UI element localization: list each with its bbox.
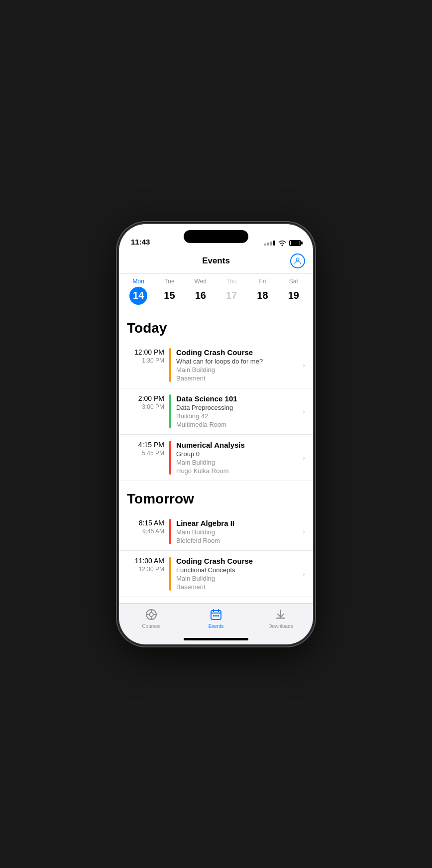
time-col-1: 12:00 PM 1:30 PM: [127, 348, 169, 382]
status-icons: [264, 240, 301, 246]
day-num-fri: 18: [253, 287, 271, 305]
event-location2-1: Basement: [176, 374, 299, 382]
day-label-tue: Tue: [164, 278, 174, 285]
day-label-fri: Fri: [259, 278, 266, 285]
color-bar-5: [169, 557, 171, 591]
time-start-5: 11:00 AM: [135, 557, 164, 565]
signal-icon: [264, 241, 275, 246]
day-item-sat[interactable]: Sat 19: [282, 278, 306, 305]
profile-icon: [290, 253, 305, 268]
day-num-mon: 14: [129, 287, 147, 305]
chevron-icon-5: ›: [299, 557, 305, 591]
time-end-3: 5:45 PM: [142, 450, 164, 457]
event-location2-3: Hugo Kulka Room: [176, 467, 299, 475]
profile-button[interactable]: [290, 253, 305, 268]
time-start-2: 2:00 PM: [138, 394, 164, 402]
svg-rect-4: [213, 615, 215, 617]
section-header-tomorrow: Tomorrow: [119, 481, 313, 513]
event-item-linear-algebra[interactable]: 8:15 AM 9:45 AM Linear Algebra II Main B…: [119, 513, 313, 551]
tab-label-downloads: Downloads: [268, 623, 293, 629]
event-details-1: Coding Crash Course What can for loops d…: [176, 348, 299, 382]
event-subtitle-5: Functional Concepts: [176, 566, 299, 574]
time-col-5: 11:00 AM 12:30 PM: [127, 557, 169, 591]
event-location1-4: Main Building: [176, 528, 299, 536]
time-end-1: 1:30 PM: [142, 357, 164, 364]
battery-icon: [289, 240, 301, 246]
event-details-2: Data Science 101 Data Preprocessing Buil…: [176, 394, 299, 428]
day-item-wed[interactable]: Wed 16: [189, 278, 213, 305]
day-item-fri[interactable]: Fri 18: [250, 278, 274, 305]
svg-rect-5: [216, 615, 217, 617]
event-details-3: Numerical Analysis Group 0 Main Building…: [176, 441, 299, 475]
phone-frame: 11:43: [119, 224, 313, 644]
chevron-icon-4: ›: [299, 519, 305, 544]
event-subtitle-3: Group 0: [176, 450, 299, 458]
event-location1-2: Building 42: [176, 412, 299, 420]
svg-rect-7: [276, 618, 285, 619]
event-item-data-science[interactable]: 2:00 PM 3:00 PM Data Science 101 Data Pr…: [119, 388, 313, 435]
tab-label-events: Events: [209, 623, 224, 629]
event-subtitle-1: What can for loops do for me?: [176, 358, 299, 365]
event-location2-4: Bielefeld Room: [176, 537, 299, 544]
svg-rect-6: [217, 615, 219, 617]
chevron-icon-2: ›: [299, 394, 305, 428]
event-details-4: Linear Algebra II Main Building Bielefel…: [176, 519, 299, 544]
svg-point-2: [149, 613, 153, 617]
tab-downloads[interactable]: Downloads: [263, 608, 298, 629]
day-label-mon: Mon: [132, 278, 144, 285]
courses-icon: [144, 608, 158, 621]
time-start-3: 4:15 PM: [138, 441, 164, 449]
event-item-coding-crash[interactable]: 12:00 PM 1:30 PM Coding Crash Course Wha…: [119, 342, 313, 388]
day-num-sat: 19: [285, 287, 303, 305]
day-item-mon[interactable]: Mon 14: [126, 278, 150, 305]
day-num-wed: 16: [192, 287, 210, 305]
event-title-2: Data Science 101: [176, 394, 299, 403]
color-bar-1: [169, 348, 171, 382]
time-end-5: 12:30 PM: [139, 566, 164, 573]
nav-header: Events: [119, 249, 313, 274]
chevron-icon-3: ›: [299, 441, 305, 475]
day-label-sat: Sat: [289, 278, 298, 285]
event-location1-5: Main Building: [176, 575, 299, 582]
status-bar: 11:43: [119, 224, 313, 249]
tab-events[interactable]: Events: [199, 608, 233, 629]
day-num-tue: 15: [160, 287, 178, 305]
day-item-tue[interactable]: Tue 15: [157, 278, 181, 305]
time-col-2: 2:00 PM 3:00 PM: [127, 394, 169, 428]
day-item-thu[interactable]: Thu 17: [219, 278, 243, 305]
main-content: Today 12:00 PM 1:30 PM Coding Crash Cour…: [119, 310, 313, 603]
event-title-1: Coding Crash Course: [176, 348, 299, 357]
event-location1-1: Main Building: [176, 366, 299, 373]
home-indicator: [184, 638, 248, 640]
event-item-numerical[interactable]: 4:15 PM 5:45 PM Numerical Analysis Group…: [119, 435, 313, 481]
color-bar-3: [169, 441, 171, 475]
section-header-today: Today: [119, 310, 313, 342]
event-location1-3: Main Building: [176, 459, 299, 466]
tab-courses[interactable]: Courses: [134, 608, 169, 629]
day-label-thu: Thu: [226, 278, 237, 285]
svg-point-0: [296, 258, 299, 261]
event-title-5: Coding Crash Course: [176, 557, 299, 565]
event-subtitle-2: Data Preprocessing: [176, 404, 299, 411]
event-location2-5: Basement: [176, 583, 299, 591]
event-details-5: Coding Crash Course Functional Concepts …: [176, 557, 299, 591]
time-end-2: 3:00 PM: [142, 403, 164, 410]
event-title-4: Linear Algebra II: [176, 519, 299, 527]
event-title-3: Numerical Analysis: [176, 441, 299, 449]
day-label-wed: Wed: [195, 278, 207, 285]
color-bar-2: [169, 394, 171, 428]
time-start-1: 12:00 PM: [134, 348, 164, 356]
events-icon: [209, 608, 223, 621]
color-bar-4: [169, 519, 171, 544]
event-item-theoretical[interactable]: 1:15 PM 2:45 PM Theoretical Computer Sci…: [119, 597, 313, 603]
page-title: Events: [202, 256, 230, 266]
notch: [184, 230, 248, 243]
wifi-icon: [278, 240, 286, 246]
downloads-icon: [274, 608, 288, 621]
event-location2-2: Multimedia Room: [176, 421, 299, 428]
time-end-4: 9:45 AM: [142, 528, 164, 535]
day-selector: Mon 14 Tue 15 Wed 16 Thu 17: [119, 274, 313, 310]
time-col-3: 4:15 PM 5:45 PM: [127, 441, 169, 475]
time-col-4: 8:15 AM 9:45 AM: [127, 519, 169, 544]
event-item-coding-crash-2[interactable]: 11:00 AM 12:30 PM Coding Crash Course Fu…: [119, 551, 313, 597]
